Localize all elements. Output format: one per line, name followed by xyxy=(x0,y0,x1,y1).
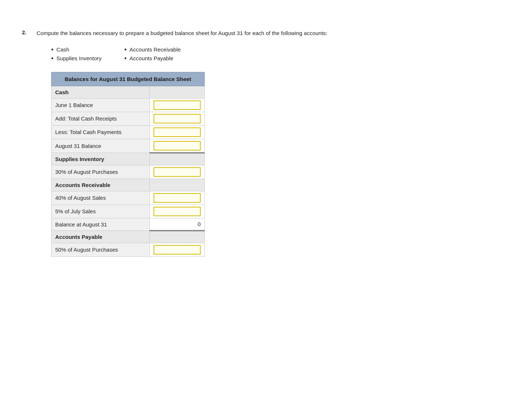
row-input-supplies-30pct[interactable] xyxy=(150,165,205,179)
section-header-ar: Accounts Receivable xyxy=(52,179,205,191)
row-input-ar-40pct[interactable] xyxy=(150,191,205,205)
bullet-dot: • xyxy=(51,46,53,53)
row-input-ap-50pct[interactable] xyxy=(150,243,205,256)
section-label-supplies: Supplies Inventory xyxy=(52,153,150,165)
row-label-ar-5pct: 5% of July Sales xyxy=(52,205,150,218)
bullet-dot-supplies: • xyxy=(51,55,53,62)
row-label-supplies-30pct: 30% of August Purchases xyxy=(52,165,150,179)
table-row: 30% of August Purchases xyxy=(52,165,205,179)
question-number: 2. xyxy=(22,29,31,38)
section-label-ar: Accounts Receivable xyxy=(52,179,150,191)
bullet-label-ap: Accounts Payable xyxy=(129,55,173,61)
section-header-supplies: Supplies Inventory xyxy=(52,153,205,165)
table-row: 5% of July Sales xyxy=(52,205,205,218)
input-cash-receipts[interactable] xyxy=(154,114,201,123)
row-input-cash-payments[interactable] xyxy=(150,125,205,139)
balance-table-wrapper: Balances for August 31 Budgeted Balance … xyxy=(51,72,508,257)
bullet-label-cash: Cash xyxy=(56,46,69,53)
bullet-dot-ap: • xyxy=(124,55,126,62)
section-header-cash: Cash xyxy=(52,86,205,98)
input-ap-50pct[interactable] xyxy=(154,245,201,255)
input-ar-5pct[interactable] xyxy=(154,207,201,216)
section-header-ap: Accounts Payable xyxy=(52,230,205,243)
section-value-ap-empty xyxy=(150,230,205,243)
section-label-ap: Accounts Payable xyxy=(52,230,150,243)
row-label-aug31-cash: August 31 Balance xyxy=(52,139,150,153)
bullet-list: • Cash • Accounts Receivable • Supplies … xyxy=(51,46,508,62)
table-row: 50% of August Purchases xyxy=(52,243,205,256)
input-june1-balance[interactable] xyxy=(154,100,201,110)
section-value-ar-empty xyxy=(150,179,205,191)
bullet-label-supplies: Supplies Inventory xyxy=(56,55,101,61)
input-supplies-30pct[interactable] xyxy=(154,167,201,177)
row-input-june1[interactable] xyxy=(150,98,205,112)
row-label-ap-50pct: 50% of August Purchases xyxy=(52,243,150,256)
row-label-june1: June 1 Balance xyxy=(52,98,150,112)
bullet-item-supplies: • Supplies Inventory xyxy=(51,55,124,62)
input-aug31-cash[interactable] xyxy=(154,141,201,150)
question-header: 2. Compute the balances necessary to pre… xyxy=(22,29,508,38)
section-value-cash-empty xyxy=(150,86,205,98)
table-row: August 31 Balance xyxy=(52,139,205,153)
row-label-ar-balance: Balance at August 31 xyxy=(52,218,150,230)
question-text: Compute the balances necessary to prepar… xyxy=(37,29,328,38)
table-row: Add: Total Cash Receipts xyxy=(52,112,205,125)
row-label-cash-payments: Less: Total Cash Payments xyxy=(52,125,150,139)
row-input-cash-receipts[interactable] xyxy=(150,112,205,125)
balance-table: Balances for August 31 Budgeted Balance … xyxy=(51,72,205,257)
ar-balance-value: 0 xyxy=(198,221,201,227)
table-row: Less: Total Cash Payments xyxy=(52,125,205,139)
row-value-ar-balance: 0 xyxy=(150,218,205,230)
table-row: Balance at August 31 0 xyxy=(52,218,205,230)
section-label-cash: Cash xyxy=(52,86,150,98)
table-header: Balances for August 31 Budgeted Balance … xyxy=(52,72,205,86)
table-row: June 1 Balance xyxy=(52,98,205,112)
row-input-aug31-cash[interactable] xyxy=(150,139,205,153)
section-value-supplies-empty xyxy=(150,153,205,165)
input-cash-payments[interactable] xyxy=(154,127,201,137)
input-ar-40pct[interactable] xyxy=(154,193,201,203)
row-input-ar-5pct[interactable] xyxy=(150,205,205,218)
table-row: 40% of August Sales xyxy=(52,191,205,205)
table-header-text: Balances for August 31 Budgeted Balance … xyxy=(65,76,191,82)
question-section: 2. Compute the balances necessary to pre… xyxy=(22,29,508,257)
bullet-item-accounts-receivable: • Accounts Receivable xyxy=(124,46,219,53)
bullet-label-ar: Accounts Receivable xyxy=(129,46,181,53)
bullet-dot-ar: • xyxy=(124,46,126,53)
row-label-ar-40pct: 40% of August Sales xyxy=(52,191,150,205)
bullet-item-ap: • Accounts Payable xyxy=(124,55,219,62)
row-label-cash-receipts: Add: Total Cash Receipts xyxy=(52,112,150,125)
bullet-item-cash: • Cash xyxy=(51,46,124,53)
